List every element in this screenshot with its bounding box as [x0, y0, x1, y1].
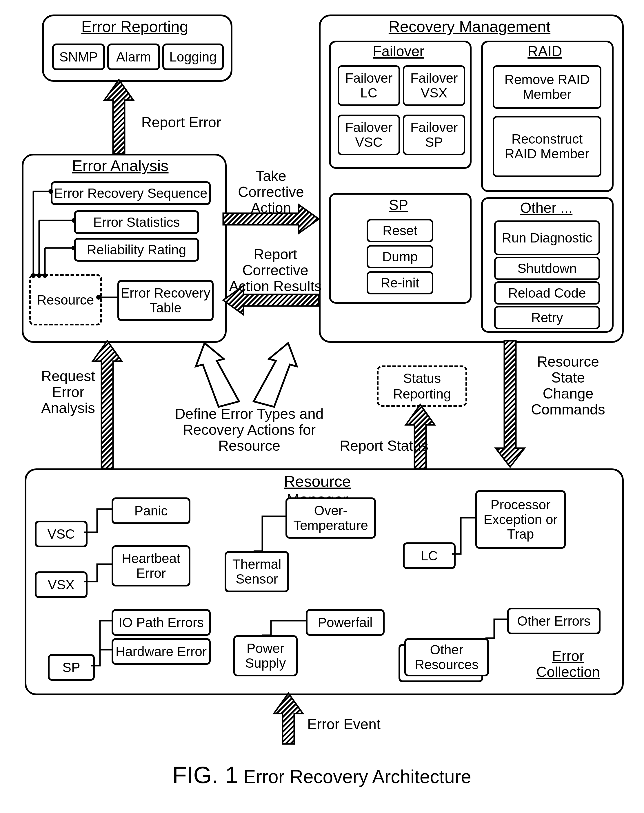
rm-l2 — [84, 563, 113, 583]
failover-sp: Failover SP — [403, 115, 465, 155]
svg-point-5 — [48, 189, 53, 194]
alarm-label: Alarm — [116, 50, 151, 64]
rm-lc: LC — [403, 542, 456, 569]
figure-caption: FIG. 1 Error Recovery Architecture — [125, 761, 519, 788]
sp-dump: Dump — [367, 245, 433, 268]
error-collection-label: Error Collection — [531, 648, 606, 680]
report-error-arrow — [101, 80, 136, 155]
rm-m1 — [254, 515, 287, 552]
rm-other-res: Other Resources — [404, 638, 489, 676]
rm-vsx: VSX — [35, 571, 87, 598]
rm-pfail: Powerfail — [306, 609, 385, 636]
rm-io: IO Path Errors — [112, 609, 211, 636]
define-arrow-right — [252, 341, 298, 408]
svg-point-11 — [72, 245, 76, 250]
logging-label: Logging — [169, 50, 217, 64]
figure-number: FIG. 1 — [172, 762, 238, 788]
error-event-label: Error Event — [307, 716, 385, 732]
svg-marker-21 — [254, 338, 302, 410]
svg-marker-22 — [406, 405, 435, 468]
state-change-arrow — [493, 341, 528, 468]
req-analysis-label: Request Error Analysis — [24, 368, 112, 416]
svg-point-15 — [37, 273, 41, 278]
raid-recon: Reconstruct RAID Member — [493, 116, 601, 177]
other-reload: Reload Code — [494, 281, 600, 305]
other-diag: Run Diagnostic — [494, 221, 600, 255]
rm-thermal: Thermal Sensor — [225, 551, 289, 592]
figure-text: Error Recovery Architecture — [243, 766, 471, 787]
rm-m2 — [262, 619, 307, 637]
failover-lc: Failover LC — [338, 65, 400, 106]
rm-panic: Panic — [112, 497, 190, 524]
rm-hw: Hardware Error — [112, 638, 211, 665]
rm-procex: Processor Exception or Trap — [475, 490, 566, 549]
failover-vsc: Failover VSC — [338, 115, 400, 155]
svg-marker-24 — [274, 693, 303, 744]
report-results-label: Report Corrective Action Results — [228, 247, 323, 295]
raid-remove: Remove RAID Member — [493, 65, 601, 109]
failover-vsx: Failover VSX — [403, 65, 465, 106]
error-analysis-title: Error Analysis — [65, 156, 175, 175]
ea-connectors — [28, 180, 120, 310]
snmp-label: SNMP — [60, 50, 98, 64]
rm-hb: Heartbeat Error — [112, 545, 190, 586]
other-retry: Retry — [494, 306, 600, 329]
report-status-arrow — [403, 405, 437, 470]
rm-r2 — [485, 618, 509, 640]
status-reporting-box: Status Reporting — [377, 365, 467, 406]
take-action-label: Take Corrective Action — [225, 168, 317, 216]
svg-point-13 — [96, 295, 101, 300]
report-status-label: Report Status — [339, 438, 429, 454]
rm-r1 — [452, 516, 477, 555]
rm-other-err: Other Errors — [507, 607, 601, 634]
rm-l1 — [84, 508, 113, 534]
other-shutdown: Shutdown — [494, 257, 600, 280]
snmp-box: SNMP — [52, 43, 105, 70]
sp-reset: Reset — [367, 219, 433, 242]
rm-overtemp: Over-Temperature — [286, 497, 376, 538]
svg-marker-23 — [496, 341, 525, 467]
logging-box: Logging — [162, 43, 224, 70]
sp-reinit: Re-init — [367, 271, 433, 295]
define-arrow-left — [194, 341, 240, 408]
define-label: Define Error Types and Recovery Actions … — [165, 406, 333, 454]
svg-marker-2 — [104, 80, 133, 154]
rm-sp: SP — [48, 654, 95, 681]
error-reporting-title: Error Reporting — [81, 17, 188, 35]
svg-point-8 — [72, 218, 76, 223]
sp-title: SP — [387, 197, 410, 213]
recovery-mgmt-title: Recovery Management — [382, 17, 557, 35]
alarm-box: Alarm — [107, 43, 160, 70]
rm-power: Power Supply — [233, 635, 298, 676]
other-title: Other ... — [519, 200, 574, 216]
rm-vsc: VSC — [35, 521, 87, 547]
svg-point-16 — [43, 273, 47, 278]
ea-ert: Error Recovery Table — [117, 280, 214, 321]
state-change-label: Resource State Change Commands — [528, 354, 609, 418]
error-event-arrow — [271, 693, 306, 746]
raid-title: RAID — [522, 43, 568, 60]
report-error-label: Report Error — [141, 115, 222, 130]
rm-l3 — [91, 619, 113, 667]
svg-marker-20 — [190, 338, 239, 410]
svg-point-14 — [31, 273, 36, 278]
failover-title: Failover — [371, 43, 426, 60]
